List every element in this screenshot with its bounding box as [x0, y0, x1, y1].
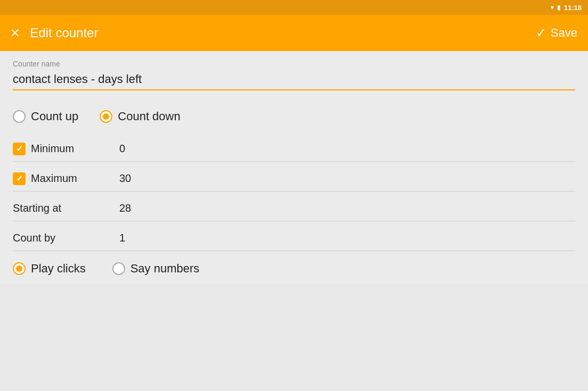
count-by-label: Count by [13, 232, 55, 244]
battery-icon: ▮ [557, 4, 561, 11]
maximum-label-group: Maximum [13, 172, 119, 185]
minimum-label: Minimum [31, 143, 74, 155]
count-down-radio[interactable] [100, 110, 112, 123]
wifi-icon: ▾ [551, 4, 554, 11]
count-by-label-group: Count by [13, 232, 119, 244]
starting-at-input[interactable] [119, 201, 575, 215]
sound-row: Play clicks Say numbers [13, 262, 575, 276]
counter-name-input[interactable] [13, 70, 575, 90]
play-clicks-label: Play clicks [31, 262, 86, 276]
count-up-radio[interactable] [13, 110, 26, 123]
minimum-input[interactable] [119, 142, 575, 156]
direction-row: Count up Count down [13, 110, 575, 123]
save-label: Save [551, 26, 577, 40]
starting-at-row: Starting at [13, 196, 575, 221]
form-content: Counter name Count up Count down Minimum… [0, 51, 588, 284]
close-button[interactable]: × [11, 26, 19, 40]
play-clicks-radio[interactable] [13, 262, 26, 275]
maximum-input[interactable] [119, 171, 575, 186]
starting-at-label: Starting at [13, 202, 61, 214]
status-icons: ▾ ▮ 11:18 [551, 4, 582, 12]
say-numbers-option[interactable]: Say numbers [112, 262, 200, 276]
count-by-input[interactable] [119, 231, 575, 245]
save-button[interactable]: ✓ Save [536, 26, 577, 40]
starting-at-label-group: Starting at [13, 202, 119, 214]
minimum-label-group: Minimum [13, 143, 119, 155]
say-numbers-label: Say numbers [130, 262, 200, 276]
counter-name-label: Counter name [13, 60, 575, 68]
count-down-option[interactable]: Count down [100, 110, 180, 123]
play-clicks-option[interactable]: Play clicks [13, 262, 86, 276]
app-bar: × Edit counter ✓ Save [0, 15, 588, 51]
checkmark-icon: ✓ [536, 26, 546, 40]
minimum-row: Minimum [13, 136, 575, 162]
say-numbers-radio[interactable] [112, 262, 125, 275]
page-title: Edit counter [30, 26, 535, 40]
count-up-label: Count up [31, 110, 78, 123]
minimum-checkbox[interactable] [13, 143, 26, 155]
status-time: 11:18 [564, 4, 582, 12]
count-down-label: Count down [118, 110, 180, 123]
count-up-option[interactable]: Count up [13, 110, 78, 123]
maximum-row: Maximum [13, 166, 575, 192]
maximum-label: Maximum [31, 172, 77, 185]
status-bar: ▾ ▮ 11:18 [0, 0, 588, 15]
count-by-row: Count by [13, 226, 575, 251]
maximum-checkbox[interactable] [13, 172, 26, 185]
